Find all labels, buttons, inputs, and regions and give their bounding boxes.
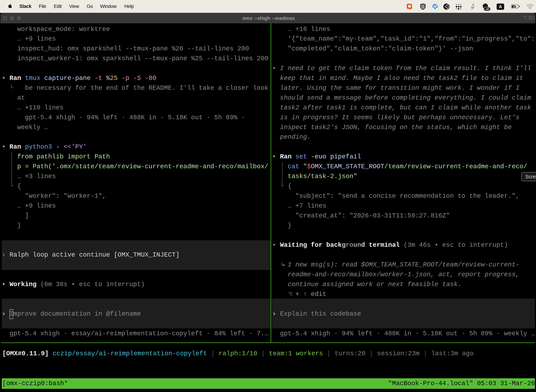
svg-text:1: 1 — [532, 15, 534, 20]
svg-text:..61: ..61 — [485, 8, 489, 10]
